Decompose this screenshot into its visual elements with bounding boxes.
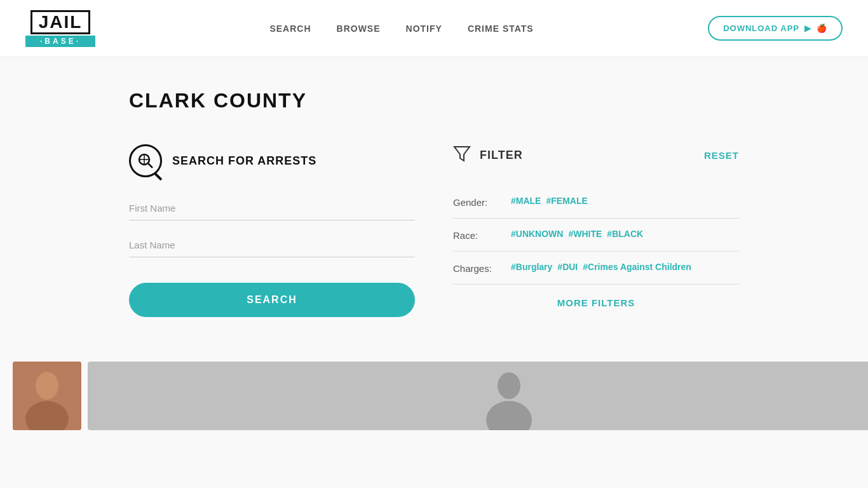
filter-tag-burglary[interactable]: #Burglary [511,262,552,272]
mugshot-2[interactable] [88,362,868,430]
svg-marker-4 [454,147,470,161]
site-logo[interactable]: JAIL ·BASE· [25,10,95,47]
filter-tag-male[interactable]: #MALE [511,196,541,206]
play-icon: ▶ [804,24,811,33]
search-panel: SEARCH FOR ARRESTS SEARCH [129,144,415,317]
filter-tag-female[interactable]: #FEMALE [546,196,587,206]
race-filter-row: Race: #UNKNOWN #WHITE #BLACK [453,219,739,252]
filter-tag-white[interactable]: #WHITE [568,229,602,239]
nav-crime-stats[interactable]: CRIME STATS [468,24,534,34]
race-tags: #UNKNOWN #WHITE #BLACK [511,229,643,239]
race-label: Race: [453,229,501,241]
svg-point-6 [36,372,58,400]
svg-point-9 [498,372,520,399]
search-button[interactable]: SEARCH [129,283,415,317]
reset-link[interactable]: RESET [704,150,739,161]
filter-tag-unknown[interactable]: #UNKNOWN [511,229,563,239]
filter-panel: FILTER RESET Gender: #MALE #FEMALE Race:… [453,144,739,317]
page-title: CLARK COUNTY [129,89,739,112]
filter-title: FILTER [480,149,523,162]
last-name-field[interactable] [129,233,415,257]
mugshots-strip [0,342,868,449]
download-app-button[interactable]: DOWNLOAD APP ▶ 🍎 [708,16,843,41]
charges-filter-row: Charges: #Burglary #DUI #Crimes Against … [453,252,739,285]
last-name-input[interactable] [129,233,415,257]
filter-icon [453,144,471,166]
filter-tag-black[interactable]: #BLACK [607,229,643,239]
gender-label: Gender: [453,196,501,208]
nav-browse[interactable]: BROWSE [337,24,381,34]
gender-tags: #MALE #FEMALE [511,196,588,206]
charges-tags: #Burglary #DUI #Crimes Against Children [511,262,691,272]
nav-notify[interactable]: NOTIFY [406,24,442,34]
filter-tag-crimes-against-children[interactable]: #Crimes Against Children [583,262,691,272]
mugshot-1[interactable] [13,362,81,430]
download-app-label: DOWNLOAD APP [723,24,799,33]
logo-base: ·BASE· [25,36,95,47]
search-section-title: SEARCH FOR ARRESTS [172,154,316,168]
logo-jail: JAIL [31,10,91,34]
nav-search[interactable]: SEARCH [269,24,311,34]
svg-line-1 [148,163,153,168]
filter-tag-dui[interactable]: #DUI [557,262,578,272]
charges-label: Charges: [453,262,501,274]
main-nav: SEARCH BROWSE NOTIFY CRIME STATS [269,24,533,34]
first-name-input[interactable] [129,196,415,220]
apple-icon: 🍎 [817,24,827,33]
search-section-icon [129,144,162,177]
more-filters-link[interactable]: MORE FILTERS [453,285,739,308]
first-name-field[interactable] [129,196,415,220]
gender-filter-row: Gender: #MALE #FEMALE [453,186,739,219]
